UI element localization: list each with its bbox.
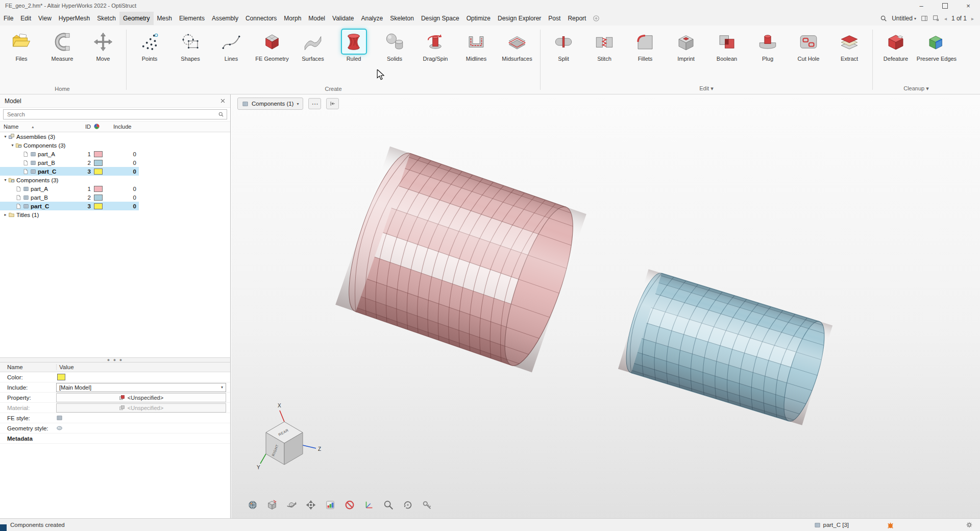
menu-item-design-space[interactable]: Design Space (418, 12, 463, 25)
fit-icon[interactable] (305, 499, 316, 511)
menu-item-morph[interactable]: Morph (280, 12, 305, 25)
tree-row-components[interactable]: ▾Components (3) (0, 141, 230, 150)
clip-box-icon[interactable] (266, 499, 278, 511)
menu-item-elements[interactable]: Elements (176, 12, 208, 25)
ribbon-item-shapes[interactable]: Shapes (170, 30, 211, 62)
next-page-icon[interactable]: ▸ (971, 16, 974, 21)
ribbon-item-extract[interactable]: Extract (829, 30, 870, 62)
ribbon-item-ruled[interactable]: Ruled (333, 30, 374, 62)
ribbon-item-imprint[interactable]: Imprint (666, 30, 706, 62)
search-icon[interactable] (880, 15, 887, 22)
ribbon-item-midlines[interactable]: Midlines (456, 30, 497, 62)
search-box[interactable] (3, 109, 227, 119)
ribbon-item-lines[interactable]: Lines (211, 30, 252, 62)
cylinder-part-b[interactable] (618, 269, 832, 425)
expand-arrow-icon[interactable]: ▾ (3, 178, 8, 182)
menu-item-connectors[interactable]: Connectors (242, 12, 280, 25)
import-icon[interactable] (933, 15, 940, 22)
menu-item-edit[interactable]: Edit (17, 12, 35, 25)
tree-row-part-a[interactable]: part_A10 (0, 150, 230, 158)
ribbon-item-surfaces[interactable]: Surfaces (292, 30, 333, 62)
property-button[interactable]: <Unspecified> (56, 393, 226, 402)
fe-style-icon[interactable] (56, 415, 63, 421)
color-swatch[interactable] (94, 203, 103, 209)
menu-item-hypermesh[interactable]: HyperMesh (55, 12, 93, 25)
menu-item-assembly[interactable]: Assembly (208, 12, 242, 25)
ribbon-item-split[interactable]: Split (543, 30, 584, 62)
zoom-icon[interactable] (383, 499, 394, 511)
ribbon-item-fillets[interactable]: Fillets (625, 30, 666, 62)
search-input[interactable] (6, 111, 218, 118)
menu-item-file[interactable]: File (0, 12, 17, 25)
menu-item-validate[interactable]: Validate (329, 12, 357, 25)
color-swatch[interactable] (94, 160, 103, 166)
minimize-button[interactable]: – (910, 0, 933, 11)
ribbon-item-solids[interactable]: Solids (374, 30, 415, 62)
color-swatch[interactable] (57, 374, 65, 380)
column-include[interactable]: Include (113, 124, 131, 130)
settings-gear-icon[interactable] (966, 521, 973, 528)
ribbon-item-boolean[interactable]: Boolean (706, 30, 747, 62)
ribbon-item-measure[interactable]: Measure (42, 30, 83, 62)
tree-row-components[interactable]: ▾Components (3) (0, 176, 230, 184)
panel-icon[interactable] (921, 15, 928, 22)
column-name[interactable]: Name (0, 124, 18, 130)
menu-item-skeleton[interactable]: Skeleton (386, 12, 418, 25)
entity-type-selector[interactable]: Components (1) ▾ (237, 98, 303, 110)
rgb-icon[interactable] (325, 499, 336, 511)
session-selector[interactable]: Untitled ▾ (892, 15, 916, 22)
color-wheel-icon[interactable] (93, 123, 100, 130)
more-options-button[interactable]: ⋯ (308, 98, 321, 109)
color-swatch[interactable] (94, 186, 103, 192)
color-swatch[interactable] (94, 195, 103, 201)
triad-icon[interactable] (363, 499, 375, 511)
rotate-view-icon[interactable] (402, 499, 413, 511)
tree-row-part-c[interactable]: part_C30 (0, 202, 230, 210)
menu-item-design-explorer[interactable]: Design Explorer (494, 12, 545, 25)
menu-item-sketch[interactable]: Sketch (93, 12, 119, 25)
tree-row-part-c[interactable]: part_C30 (0, 167, 230, 176)
tree-row-assemblies[interactable]: ▾Assemblies (3) (0, 132, 230, 141)
menu-item-analyze[interactable]: Analyze (358, 12, 387, 25)
ribbon-item-move[interactable]: Move (83, 30, 124, 62)
ribbon-item-drag-spin[interactable]: Drag/Spin (415, 30, 456, 62)
close-icon[interactable] (220, 98, 226, 104)
prev-page-icon[interactable]: ◂ (944, 16, 947, 21)
ribbon-group-label-edit[interactable]: Edit ▾ (542, 85, 871, 92)
tree-row-part-a[interactable]: part_A10 (0, 184, 230, 193)
ribbon-item-plug[interactable]: Plug (747, 30, 788, 62)
graphics-viewport[interactable]: Components (1) ▾ ⋯ X Y Z REAR RIGHT (231, 94, 980, 519)
ribbon-item-midsurfaces[interactable]: Midsurfaces (497, 30, 537, 62)
ribbon-item-cut-hole[interactable]: Cut Hole (788, 30, 829, 62)
view-sphere-icon[interactable] (247, 499, 258, 511)
panel-splitter[interactable]: ● ● ● (0, 357, 231, 363)
ribbon-group-label-cleanup[interactable]: Cleanup ▾ (874, 85, 958, 92)
hyperworks-beast-icon[interactable] (887, 521, 894, 529)
close-button[interactable]: × (957, 0, 980, 11)
tree-row-titles[interactable]: ▸Titles (1) (0, 210, 230, 219)
ribbon-item-files[interactable]: Files (1, 30, 42, 62)
key-icon[interactable] (422, 499, 433, 511)
menu-item-post[interactable]: Post (545, 12, 564, 25)
collapse-icon[interactable] (326, 98, 339, 109)
menu-item-geometry[interactable]: Geometry (119, 12, 154, 25)
cylinder-part-a[interactable] (335, 147, 586, 373)
column-id[interactable]: ID (71, 124, 91, 130)
orbit-icon[interactable] (286, 499, 297, 511)
menu-item-report[interactable]: Report (564, 12, 590, 25)
color-swatch[interactable] (94, 168, 103, 175)
include-select[interactable]: [Main Model]▾ (56, 383, 226, 392)
menu-item-optimize[interactable]: Optimize (463, 12, 494, 25)
color-swatch[interactable] (94, 151, 103, 157)
menu-item-mesh[interactable]: Mesh (154, 12, 176, 25)
view-cube[interactable]: X Y Z REAR RIGHT (253, 398, 329, 475)
expand-arrow-icon[interactable]: ▾ (10, 143, 15, 148)
expand-arrow-icon[interactable]: ▾ (3, 134, 8, 139)
tree-row-part-b[interactable]: part_B20 (0, 193, 230, 202)
tree-row-part-b[interactable]: part_B20 (0, 158, 230, 167)
plus-circle-icon[interactable] (593, 15, 600, 22)
tree-column-headers[interactable]: Name ▴ ID Include (0, 121, 230, 132)
maximize-button[interactable] (933, 0, 957, 11)
mask-icon[interactable] (344, 499, 355, 511)
geometry-style-icon[interactable] (56, 425, 63, 431)
